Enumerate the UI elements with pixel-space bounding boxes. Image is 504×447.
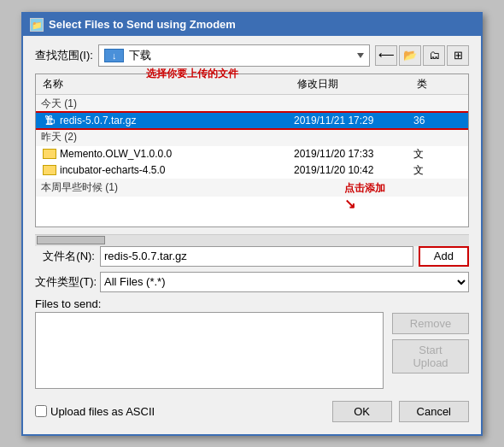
toolbar-icons: ⟵ 📂 🗂 ⊞: [375, 45, 469, 66]
group-label-earlier: 本周早些时候 (1): [36, 179, 468, 197]
title-bar: 📁 Select Files to Send using Zmodem: [23, 14, 481, 36]
lookup-label: 查找范围(I):: [35, 48, 93, 63]
file-item-modified-redis: 2019/11/21 17:29: [294, 115, 413, 126]
filename-label: 文件名(N):: [35, 249, 95, 264]
filetype-row: 文件类型(T): All Files (*.*): [35, 272, 469, 292]
file-item-memento[interactable]: Memento.OLW_V1.0.0.0 2019/11/20 17:33 文: [36, 146, 468, 162]
file-name-redis: 🗜 redis-5.0.7.tar.gz: [39, 114, 294, 127]
ok-button[interactable]: OK: [332, 401, 392, 422]
group-label-today: 今天 (1): [36, 95, 468, 113]
files-to-send-panel: Files to send:: [35, 297, 384, 389]
folder-icon-incubator: [43, 164, 56, 176]
lookup-row: 查找范围(I): ↓ 下载 ⟵ 📂 🗂 ⊞: [35, 44, 469, 67]
click-add-annotation: 点击添加 ↘: [344, 181, 385, 212]
file-list-annotation-container: 选择你要上传的文件 名称 修改日期 类 今天 (1) 🗜: [35, 74, 469, 246]
col-type-header: 类: [413, 76, 465, 92]
ascii-label: Upload files as ASCII: [50, 405, 155, 418]
start-upload-button[interactable]: Start Upload: [392, 339, 469, 373]
select-file-annotation: 选择你要上传的文件: [146, 67, 238, 81]
file-item-redis[interactable]: 🗜 redis-5.0.7.tar.gz 2019/11/21 17:29 36: [36, 113, 468, 128]
file-item-name-text-incubator: incubator-echarts-4.5.0: [60, 164, 165, 176]
remove-button[interactable]: Remove: [392, 313, 469, 334]
arrow-icon: ↘: [344, 196, 355, 212]
dialog: 📁 Select Files to Send using Zmodem 查找范围…: [21, 12, 483, 436]
file-item-name-text-memento: Memento.OLW_V1.0.0.0: [60, 148, 172, 160]
file-name-memento: Memento.OLW_V1.0.0.0: [39, 147, 294, 161]
dialog-icon: 📁: [30, 18, 44, 32]
download-icon: ↓: [104, 49, 125, 62]
file-item-type-redis: 36: [413, 115, 465, 126]
cancel-button[interactable]: Cancel: [399, 401, 469, 422]
lookup-dropdown[interactable]: ↓ 下载: [98, 44, 370, 67]
file-item-modified-memento: 2019/11/20 17:33: [294, 148, 413, 160]
file-item-type-memento: 文: [413, 147, 465, 162]
filetype-label: 文件类型(T):: [35, 274, 95, 290]
file-list-header: 名称 修改日期 类: [36, 74, 468, 95]
lookup-value: 下载: [129, 48, 151, 63]
bottom-section: Files to send: Remove Start Upload: [35, 297, 469, 389]
filetype-select[interactable]: All Files (*.*): [100, 272, 469, 292]
files-to-send-label: Files to send:: [35, 297, 384, 310]
file-item-modified-incubator: 2019/11/20 10:42: [294, 164, 413, 176]
back-button[interactable]: ⟵: [375, 45, 397, 66]
ascii-checkbox[interactable]: [35, 405, 47, 417]
archive-icon: 🗜: [43, 115, 56, 126]
h-scroll-thumb[interactable]: [37, 236, 105, 244]
file-item-incubator[interactable]: incubator-echarts-4.5.0 2019/11/20 10:42…: [36, 162, 468, 179]
dialog-title: Select Files to Send using Zmodem: [49, 18, 236, 31]
horizontal-scrollbar[interactable]: [35, 234, 469, 246]
folder-icon-memento: [43, 148, 56, 160]
file-item-type-incubator: 文: [413, 163, 465, 178]
ascii-check: Upload files as ASCII: [35, 405, 155, 418]
add-button[interactable]: Add: [419, 246, 469, 267]
up-button[interactable]: 📂: [399, 45, 421, 66]
group-label-yesterday: 昨天 (2): [36, 128, 468, 146]
filename-input[interactable]: [100, 246, 413, 267]
filename-row: 文件名(N): Add: [35, 246, 469, 267]
grid-button[interactable]: ⊞: [447, 45, 469, 66]
files-to-send-box[interactable]: [35, 312, 384, 389]
chevron-down-icon: [357, 53, 364, 58]
file-list-container[interactable]: 名称 修改日期 类 今天 (1) 🗜 redis-5.0.7.tar.gz: [35, 74, 469, 227]
right-buttons: Remove Start Upload: [392, 297, 469, 389]
col-modified-header: 修改日期: [294, 76, 413, 92]
bottom-bar: Upload files as ASCII OK Cancel: [35, 396, 469, 426]
file-item-name-text: redis-5.0.7.tar.gz: [60, 115, 136, 126]
file-name-incubator: incubator-echarts-4.5.0: [39, 163, 294, 177]
newfolder-button[interactable]: 🗂: [423, 45, 445, 66]
